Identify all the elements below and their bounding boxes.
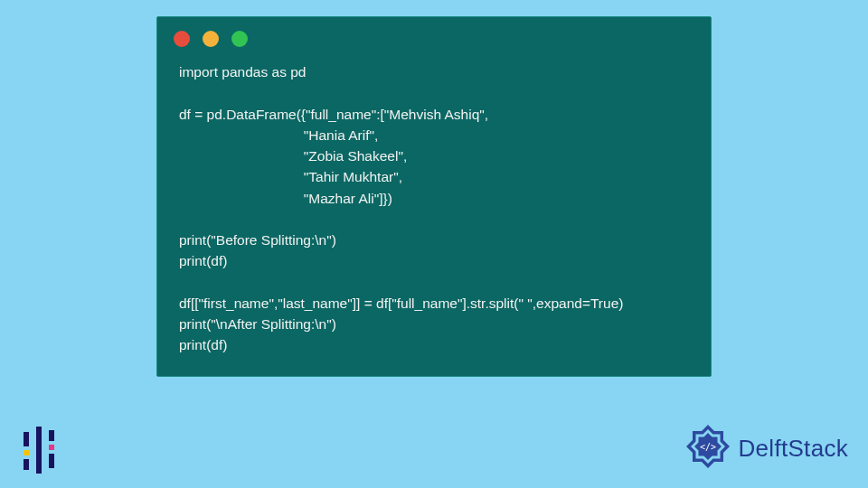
svg-rect-5 bbox=[49, 445, 54, 450]
svg-rect-0 bbox=[24, 432, 29, 446]
svg-rect-1 bbox=[24, 450, 29, 455]
traffic-light-zoom-icon bbox=[231, 31, 248, 47]
code-window: import pandas as pd df = pd.DataFrame({"… bbox=[156, 16, 712, 377]
svg-text:</>: </> bbox=[699, 442, 715, 452]
window-titlebar bbox=[157, 17, 711, 51]
delftstack-logo-icon: </> bbox=[683, 421, 733, 475]
svg-rect-6 bbox=[49, 454, 54, 468]
traffic-light-minimize-icon bbox=[203, 31, 219, 47]
svg-rect-3 bbox=[36, 427, 42, 474]
svg-rect-4 bbox=[49, 430, 54, 441]
delftstack-brand-text: DelftStack bbox=[739, 435, 849, 463]
svg-rect-2 bbox=[24, 459, 29, 470]
traffic-light-close-icon bbox=[174, 31, 190, 47]
pandas-logo-icon bbox=[18, 427, 60, 474]
code-block: import pandas as pd df = pd.DataFrame({"… bbox=[157, 51, 711, 376]
delftstack-brand: </> DelftStack bbox=[683, 421, 849, 475]
